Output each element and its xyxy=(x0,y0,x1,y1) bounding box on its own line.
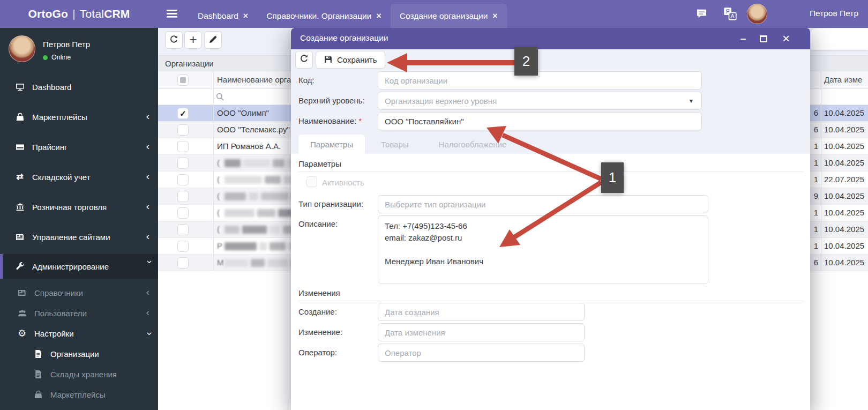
online-status: Online xyxy=(43,54,71,61)
dialog-tab-3[interactable]: Налогооблажение xyxy=(427,135,519,154)
name-field[interactable] xyxy=(378,112,702,130)
modified-date: 10.04.2025 xyxy=(824,158,864,167)
tab-3[interactable]: Создание организации× xyxy=(391,4,507,28)
org-type-label: Тип огранизации: xyxy=(298,199,363,208)
sidebar-item-label: Складской учет xyxy=(32,173,91,182)
user-name[interactable]: Петров Петр xyxy=(810,9,858,18)
row-checkbox[interactable] xyxy=(177,141,189,152)
modified-date-field[interactable] xyxy=(378,323,585,341)
parent-level-label: Верхний уровень: xyxy=(298,96,365,105)
dialog-header[interactable]: Создание организации – × xyxy=(291,28,810,49)
pencil-icon xyxy=(208,34,218,47)
sidebar-item-label: Розничная торговля xyxy=(32,203,107,212)
row-checkbox[interactable]: ✓ xyxy=(177,108,189,119)
row-checkbox[interactable] xyxy=(177,257,189,269)
sidebar-item-пользователи[interactable]: Пользователи‹ xyxy=(0,305,158,320)
card-icon xyxy=(14,143,26,152)
tab-2[interactable]: Справочники. Организации× xyxy=(257,4,391,28)
close-icon[interactable]: × xyxy=(243,11,248,21)
user-avatar[interactable] xyxy=(747,4,767,24)
row-checkbox[interactable] xyxy=(177,241,189,252)
sidebar-item-прайсинг[interactable]: Прайсинг‹ xyxy=(0,139,158,154)
sidebar-item-label: Организации xyxy=(50,349,99,359)
sidebar-item-маркетплейсы[interactable]: Маркетплейсы xyxy=(0,387,158,402)
sidebar-item-dashboard[interactable]: Dashboard xyxy=(0,79,158,94)
close-button[interactable]: × xyxy=(778,28,794,49)
app: + Организации Наименование орга Дата изм… xyxy=(0,0,868,410)
divider xyxy=(298,301,804,301)
row-checkbox[interactable] xyxy=(177,207,189,219)
sidebar-item-организации[interactable]: Организации xyxy=(0,346,158,361)
row-checkbox[interactable] xyxy=(177,158,189,169)
description-field[interactable]: Тел: +7(495)123-45-66 email: zakaz@post.… xyxy=(378,215,708,284)
created-date-field[interactable] xyxy=(378,303,585,321)
add-button[interactable]: + xyxy=(184,31,202,49)
parent-level-select[interactable] xyxy=(378,92,702,110)
row-checkbox[interactable] xyxy=(177,191,189,202)
code-field[interactable] xyxy=(378,71,702,90)
divider xyxy=(298,172,804,172)
row-checkbox[interactable] xyxy=(177,124,189,136)
search-icon xyxy=(215,92,225,103)
modified-label: Изменение: xyxy=(298,327,342,337)
modified-date: 10.04.2025 xyxy=(824,225,864,234)
row-name-obscured: Р xyxy=(217,241,222,250)
row-name-obscured: М xyxy=(217,258,224,267)
sidebar-item-справочники[interactable]: Справочники‹ xyxy=(0,285,158,300)
modified-date: 10.04.2025 xyxy=(824,125,864,134)
created-label: Создание: xyxy=(298,307,337,316)
bag-icon xyxy=(32,390,44,399)
save-label: Сохранить xyxy=(337,55,377,64)
save-button[interactable]: Сохранить xyxy=(316,51,385,69)
wrench-icon xyxy=(14,262,26,271)
messages-icon[interactable] xyxy=(696,8,707,21)
modified-date: 10.04.2025 xyxy=(824,241,864,250)
date-column-header[interactable]: Дата изме xyxy=(824,75,862,84)
close-icon[interactable]: × xyxy=(376,11,381,21)
profile-avatar[interactable] xyxy=(9,35,35,62)
chevron-left-icon: ‹ xyxy=(146,287,149,297)
column-divider xyxy=(213,71,214,271)
sidebar-item-маркетплейсы[interactable]: Маркетплейсы‹ xyxy=(0,109,158,124)
minimize-button[interactable]: – xyxy=(735,28,751,49)
active-checkbox[interactable] xyxy=(306,176,317,187)
select-all-checkbox[interactable] xyxy=(177,74,189,86)
chevron-left-icon: ‹ xyxy=(146,201,149,211)
modified-date: 10.04.2025 xyxy=(824,258,864,267)
row-checkbox[interactable] xyxy=(177,174,189,185)
news-icon xyxy=(16,288,28,297)
menu-toggle-icon[interactable] xyxy=(166,9,178,19)
edit-button[interactable] xyxy=(204,31,222,49)
dialog-refresh-button[interactable] xyxy=(295,51,313,69)
sidebar-item-розничная-торговля[interactable]: Розничная торговля‹ xyxy=(0,199,158,214)
sidebar-item-склады-хранения[interactable]: Склады хранения xyxy=(0,367,158,382)
organization-name: ИП Романов А.А. xyxy=(217,141,281,151)
sidebar-item-label: Справочники xyxy=(34,288,83,297)
name-column-header[interactable]: Наименование орга xyxy=(217,75,291,84)
bank-icon xyxy=(14,203,26,212)
translate-icon[interactable]: ЯA xyxy=(723,7,737,23)
dialog-tab-2[interactable]: Товары xyxy=(369,135,421,154)
row-name-obscured: ( xyxy=(217,175,220,184)
sidebar-item-администрирование[interactable]: Администрирование‹ xyxy=(0,254,158,279)
open-tabs: Dashboard×Справочники. Организации×Созда… xyxy=(189,0,507,28)
dialog-tab-1[interactable]: Параметры xyxy=(298,135,365,154)
tab-1[interactable]: Dashboard× xyxy=(189,4,257,28)
row-checkbox[interactable] xyxy=(177,224,189,235)
close-icon[interactable]: × xyxy=(492,11,497,21)
app-logo: OrtoGo| TotalCRM xyxy=(0,0,158,28)
sidebar-item-label: Склады хранения xyxy=(50,370,117,379)
org-type-field[interactable] xyxy=(378,195,708,213)
maximize-button[interactable] xyxy=(755,28,772,49)
refresh-button[interactable] xyxy=(165,31,183,49)
dialog-title: Создание организации xyxy=(300,33,388,43)
save-icon xyxy=(324,55,333,65)
sidebar-item-складской-учет[interactable]: ⇄Складской учет‹ xyxy=(0,169,158,184)
operator-field[interactable] xyxy=(378,344,585,362)
code-label: Код: xyxy=(298,76,315,85)
description-label: Описание: xyxy=(298,219,338,228)
tab-label: Создание организации xyxy=(400,11,488,21)
sidebar-item-настройки[interactable]: ⚙Настройки‹ xyxy=(0,326,158,341)
sidebar-item-label: Пользователи xyxy=(34,309,87,318)
sidebar-item-управление-сайтами[interactable]: Управление сайтами‹ xyxy=(0,229,158,244)
